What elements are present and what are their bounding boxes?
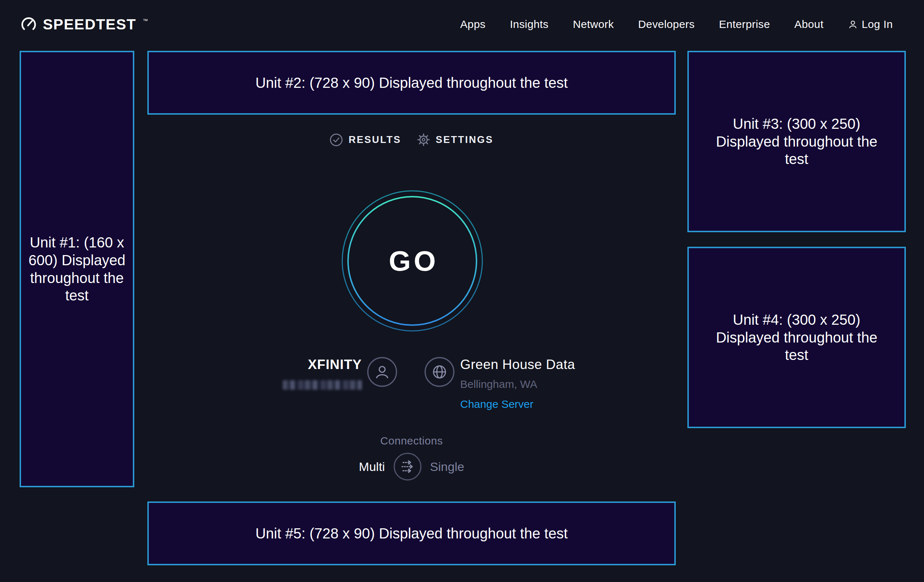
ad-unit-3[interactable]: Unit #3: (300 x 250) Displayed throughou…: [687, 51, 906, 232]
go-button[interactable]: GO: [341, 190, 483, 332]
person-icon: [848, 19, 858, 30]
isp-person-icon: [367, 357, 398, 387]
tab-settings[interactable]: SETTINGS: [417, 133, 493, 147]
ad-unit-1[interactable]: Unit #1: (160 x 600) Displayed throughou…: [20, 51, 134, 487]
connections-option-single[interactable]: Single: [430, 460, 465, 474]
nav-item-developers[interactable]: Developers: [638, 18, 695, 30]
server-globe-icon: [424, 357, 455, 387]
nav-item-network[interactable]: Network: [573, 18, 614, 30]
check-circle-icon: [330, 133, 343, 147]
ad-unit-5-label: Unit #5: (728 x 90) Displayed throughout…: [256, 525, 568, 542]
speedtest-page: SPEEDTEST™ Apps Insights Network Develop…: [0, 0, 924, 582]
ad-unit-2-label: Unit #2: (728 x 90) Displayed throughout…: [256, 74, 568, 92]
nav-item-insights[interactable]: Insights: [510, 18, 549, 30]
ad-unit-4[interactable]: Unit #4: (300 x 250) Displayed throughou…: [687, 247, 906, 428]
isp-block: XFINITY: [283, 357, 362, 390]
connections-row: Multi Single: [147, 452, 676, 481]
nav-links: Apps Insights Network Developers Enterpr…: [460, 18, 893, 30]
go-button-label: GO: [341, 190, 483, 332]
speedtest-gauge-icon: [20, 16, 37, 33]
ad-unit-1-label: Unit #1: (160 x 600) Displayed throughou…: [26, 234, 128, 304]
tab-results-label: RESULTS: [348, 134, 401, 145]
ad-unit-2[interactable]: Unit #2: (728 x 90) Displayed throughout…: [147, 51, 676, 115]
connections-option-multi[interactable]: Multi: [359, 460, 385, 474]
tabs-row: RESULTS SETTINGS: [147, 130, 676, 149]
isp-details-redacted: [283, 380, 362, 390]
tab-results[interactable]: RESULTS: [330, 133, 401, 147]
connections-toggle-icon[interactable]: [393, 452, 422, 481]
tab-settings-label: SETTINGS: [436, 134, 493, 145]
logo-trademark: ™: [143, 18, 148, 23]
nav-login-button[interactable]: Log In: [848, 18, 893, 30]
navbar: SPEEDTEST™ Apps Insights Network Develop…: [0, 0, 924, 49]
connections-label: Connections: [147, 435, 676, 447]
ad-unit-3-label: Unit #3: (300 x 250) Displayed throughou…: [711, 115, 882, 168]
ad-unit-4-label: Unit #4: (300 x 250) Displayed throughou…: [711, 311, 882, 364]
speedtest-logo[interactable]: SPEEDTEST™: [20, 16, 147, 33]
change-server-link[interactable]: Change Server: [460, 398, 533, 411]
nav-item-enterprise[interactable]: Enterprise: [719, 18, 770, 30]
ad-unit-5[interactable]: Unit #5: (728 x 90) Displayed throughout…: [147, 501, 676, 565]
nav-item-apps[interactable]: Apps: [460, 18, 485, 30]
isp-name: XFINITY: [308, 357, 362, 372]
nav-item-about[interactable]: About: [794, 18, 823, 30]
server-name: Green House Data: [460, 357, 575, 372]
server-location: Bellingham, WA: [460, 378, 537, 391]
server-block: Green House Data Bellingham, WA Change S…: [460, 357, 575, 411]
gear-icon: [417, 133, 431, 147]
nav-login-label: Log In: [861, 18, 893, 30]
logo-text: SPEEDTEST: [43, 16, 136, 33]
